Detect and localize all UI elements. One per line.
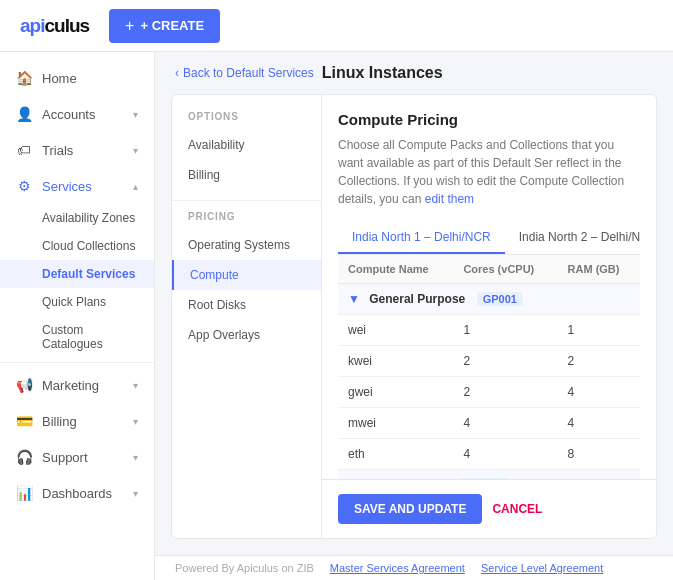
sidebar-item-label: Home [42,71,138,86]
sidebar-item-home[interactable]: 🏠 Home [0,60,154,96]
breadcrumb: ‹ Back to Default Services Linux Instanc… [155,52,673,94]
options-item-root-disks[interactable]: Root Disks [172,290,321,320]
tab-india-north-1[interactable]: India North 1 – Delhi/NCR [338,222,505,254]
marketing-icon: 📢 [16,377,32,393]
sidebar-item-label: Accounts [42,107,123,122]
sidebar-item-label: Trials [42,143,123,158]
chevron-down-icon: ▾ [133,488,138,499]
table-row: wei 1 1 [338,315,640,346]
create-label: + CREATE [140,18,204,33]
footer: Powered By Apiculus on ZIB Master Servic… [155,555,673,580]
sidebar-item-quick-plans[interactable]: Quick Plans [0,288,154,316]
section-title: Compute Pricing [338,111,640,128]
edit-link[interactable]: edit them [425,192,474,206]
table-row: eth 4 8 [338,439,640,470]
top-bar: apiculus + + CREATE [0,0,673,52]
inner-panel: OPTIONS Availability Billing PRICING Ope… [171,94,657,539]
sidebar-item-availability-zones[interactable]: Availability Zones [0,204,154,232]
options-item-app-overlays[interactable]: App Overlays [172,320,321,350]
content-area: ‹ Back to Default Services Linux Instanc… [155,52,673,580]
plus-icon: + [125,17,134,35]
chevron-down-icon: ▾ [133,452,138,463]
options-item-compute[interactable]: Compute [172,260,321,290]
sidebar-item-cloud-collections[interactable]: Cloud Collections [0,232,154,260]
options-item-availability[interactable]: Availability [172,130,321,160]
sidebar-divider [0,362,154,363]
billing-icon: 💳 [16,413,32,429]
options-item-operating-systems[interactable]: Operating Systems [172,230,321,260]
sidebar-item-label: Marketing [42,378,123,393]
sidebar-item-custom-catalogues[interactable]: Custom Catalogues [0,316,154,358]
logo: apiculus [20,14,89,37]
col-ram: RAM (GB) [558,255,640,284]
powered-by-text: Powered By Apiculus on ZIB [175,562,314,574]
compute-table: Compute Name Cores (vCPU) RAM (GB) [338,255,640,479]
options-section-label: OPTIONS [172,111,321,130]
sidebar-item-label: Dashboards [42,486,123,501]
table-header-row: Compute Name Cores (vCPU) RAM (GB) [338,255,640,284]
dashboards-icon: 📊 [16,485,32,501]
group-row-general-purpose: ▼ General Purpose GP001 [338,284,640,315]
sidebar-item-dashboards[interactable]: 📊 Dashboards ▾ [0,475,154,511]
action-bar: SAVE AND UPDATE CANCEL [322,479,656,538]
sidebar-item-marketing[interactable]: 📢 Marketing ▾ [0,367,154,403]
main-content: Compute Pricing Choose all Compute Packs… [322,95,656,479]
main-area: 🏠 Home 👤 Accounts ▾ 🏷 Trials ▾ ⚙ Service… [0,52,673,580]
table-row: mwei 4 4 [338,408,640,439]
chevron-down-icon: ▾ [133,380,138,391]
support-icon: 🎧 [16,449,32,465]
msa-link[interactable]: Master Services Agreement [330,562,465,574]
back-arrow-icon: ‹ [175,66,179,80]
sidebar-item-services[interactable]: ⚙ Services ▴ [0,168,154,204]
table-row: kwei 2 2 [338,346,640,377]
sidebar-item-label: Billing [42,414,123,429]
chevron-down-icon: ▾ [133,109,138,120]
chevron-down-icon: ▾ [133,145,138,156]
cancel-button[interactable]: CANCEL [492,502,542,516]
region-tabs: India North 1 – Delhi/NCR India North 2 … [338,222,640,255]
sidebar-item-default-services[interactable]: Default Services [0,260,154,288]
sidebar-item-accounts[interactable]: 👤 Accounts ▾ [0,96,154,132]
sidebar-item-support[interactable]: 🎧 Support ▾ [0,439,154,475]
col-cores: Cores (vCPU) [453,255,557,284]
app-wrapper: apiculus + + CREATE 🏠 Home 👤 Accounts ▾ … [0,0,673,580]
home-icon: 🏠 [16,70,32,86]
options-item-billing[interactable]: Billing [172,160,321,190]
section-desc: Choose all Compute Packs and Collections… [338,136,640,208]
group-tag: GP001 [477,292,523,306]
table-row: gwei 2 4 [338,377,640,408]
services-icon: ⚙ [16,178,32,194]
options-divider [172,200,321,201]
chevron-down-icon: ▾ [133,416,138,427]
back-link[interactable]: ‹ Back to Default Services [175,66,314,80]
sla-link[interactable]: Service Level Agreement [481,562,603,574]
col-compute-name: Compute Name [338,255,453,284]
sidebar-item-label: Services [42,179,123,194]
collapse-toggle-icon[interactable]: ▼ [348,292,360,306]
options-sidebar: OPTIONS Availability Billing PRICING Ope… [172,95,322,538]
tab-india-north-2[interactable]: India North 2 – Delhi/NCR [505,222,640,254]
sidebar: 🏠 Home 👤 Accounts ▾ 🏷 Trials ▾ ⚙ Service… [0,52,155,580]
sidebar-item-trials[interactable]: 🏷 Trials ▾ [0,132,154,168]
page-title: Linux Instances [322,64,443,82]
main-content-wrapper: Compute Pricing Choose all Compute Packs… [322,95,656,538]
accounts-icon: 👤 [16,106,32,122]
save-and-update-button[interactable]: SAVE AND UPDATE [338,494,482,524]
trials-icon: 🏷 [16,142,32,158]
sidebar-item-label: Support [42,450,123,465]
group-row-sap-compute: ▼ SAP Compute SAPC1 [338,470,640,480]
pricing-section-label: PRICING [172,211,321,230]
sidebar-item-billing[interactable]: 💳 Billing ▾ [0,403,154,439]
create-button[interactable]: + + CREATE [109,9,220,43]
chevron-up-icon: ▴ [133,181,138,192]
